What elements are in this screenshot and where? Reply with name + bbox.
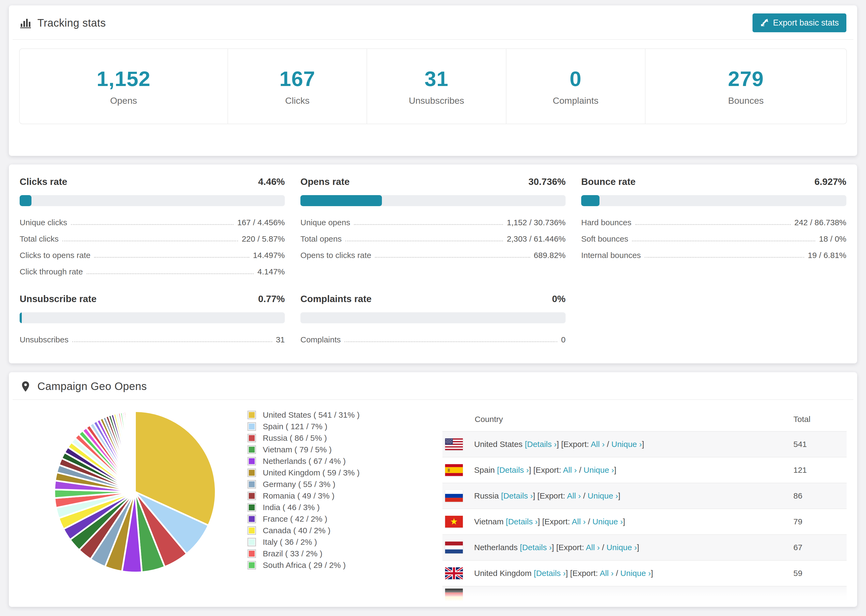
- legend-swatch: [247, 526, 256, 535]
- rate-detail-row: Clicks to opens rate14.497%: [20, 251, 285, 260]
- detail-label: Opens to clicks rate: [301, 251, 371, 260]
- rate-detail-row: Hard bounces242 / 86.738%: [581, 218, 846, 227]
- legend-item-united-states[interactable]: United States ( 541 / 31% ): [247, 411, 360, 419]
- legend-item-russia[interactable]: Russia ( 86 / 5% ): [247, 434, 360, 442]
- legend-swatch: [247, 538, 256, 546]
- bracket: ] [Export:: [565, 569, 600, 578]
- rate-detail-row: Total opens2,303 / 61.446%: [301, 234, 565, 244]
- export-all-link[interactable]: All ›: [567, 491, 581, 500]
- bracket: ] [Export:: [538, 517, 572, 526]
- country-cell: United Kingdom [Details ›] [Export: All …: [474, 569, 794, 578]
- rate-panel-unsubscribe-rate: Unsubscribe rate0.77%Unsubscribes31: [20, 294, 285, 344]
- rate-title: Bounce rate: [581, 176, 636, 187]
- detail-label: Clicks to opens rate: [20, 251, 90, 260]
- legend-item-netherlands[interactable]: Netherlands ( 67 / 4% ): [247, 457, 360, 465]
- details-link[interactable]: [Details ›: [497, 465, 529, 475]
- detail-value: 18 / 0%: [819, 234, 846, 244]
- export-unique-link[interactable]: Unique ›: [584, 465, 614, 475]
- legend-item-brazil[interactable]: Brazil ( 33 / 2% ): [247, 549, 360, 558]
- rate-detail-row: Unsubscribes31: [20, 335, 285, 344]
- detail-label: Internal bounces: [581, 251, 641, 260]
- legend-item-south-africa[interactable]: South Africa ( 29 / 2% ): [247, 561, 360, 569]
- rate-detail-row: Total clicks220 / 5.87%: [20, 234, 285, 244]
- slash-separator: /: [577, 465, 584, 475]
- details-link[interactable]: [Details ›: [501, 491, 533, 500]
- pie-slice-other-49[interactable]: [135, 411, 135, 492]
- legend-label: South Africa ( 29 / 2% ): [263, 561, 346, 570]
- dotted-leader: [94, 257, 249, 258]
- stats-strip: 1,152Opens167Clicks31Unsubscribes0Compla…: [19, 49, 847, 124]
- rate-progress-bar: [20, 195, 285, 206]
- legend-item-canada[interactable]: Canada ( 40 / 2% ): [247, 526, 360, 535]
- detail-label: Soft bounces: [581, 234, 628, 244]
- legend-item-italy[interactable]: Italy ( 36 / 2% ): [247, 538, 360, 546]
- legend-swatch: [247, 457, 256, 465]
- export-all-link[interactable]: All ›: [563, 465, 577, 475]
- export-unique-link[interactable]: Unique ›: [620, 569, 651, 578]
- detail-label: Complaints: [301, 335, 341, 344]
- details-link[interactable]: [Details ›: [525, 440, 556, 449]
- export-all-link[interactable]: All ›: [586, 543, 600, 552]
- export-all-link[interactable]: All ›: [591, 440, 605, 449]
- legend-swatch: [247, 468, 256, 477]
- detail-value: 14.497%: [253, 251, 285, 260]
- stat-bounces: 279Bounces: [645, 49, 846, 124]
- detail-label: Hard bounces: [581, 218, 631, 227]
- geo-title: Campaign Geo Opens: [20, 380, 147, 392]
- rate-title: Complaints rate: [301, 294, 372, 304]
- export-all-link[interactable]: All ›: [572, 517, 586, 526]
- export-unique-link[interactable]: Unique ›: [587, 491, 618, 500]
- map-pin-icon: [20, 380, 31, 392]
- flag-icon-de: [445, 589, 463, 600]
- stat-complaints: 0Complaints: [506, 49, 645, 124]
- geo-opens-table: Country Total United States [Details ›] …: [442, 407, 847, 602]
- dotted-leader: [62, 240, 238, 241]
- flag-icon-gb: [445, 567, 463, 579]
- detail-label: Unique opens: [301, 218, 350, 227]
- export-basic-stats-button[interactable]: Export basic stats: [753, 13, 846, 32]
- legend-item-romania[interactable]: Romania ( 49 / 3% ): [247, 492, 360, 500]
- detail-value: 0: [561, 335, 565, 344]
- detail-value: 689.82%: [534, 251, 565, 260]
- total-cell: 121: [794, 465, 847, 475]
- slash-separator: /: [581, 491, 587, 500]
- export-unique-link[interactable]: Unique ›: [606, 543, 637, 552]
- export-unique-link[interactable]: Unique ›: [611, 440, 642, 449]
- bracket: ]: [618, 491, 620, 500]
- rate-progress-bar: [301, 195, 565, 206]
- geo-header: Campaign Geo Opens: [9, 372, 857, 399]
- detail-value: 220 / 5.87%: [242, 234, 285, 244]
- stat-unsubscribes: 31Unsubscribes: [367, 49, 505, 124]
- legend-item-france[interactable]: France ( 42 / 2% ): [247, 515, 360, 523]
- dotted-leader: [345, 341, 557, 342]
- legend-label: Netherlands ( 67 / 4% ): [263, 457, 346, 466]
- details-link[interactable]: [Details ›: [534, 569, 565, 578]
- detail-value: 167 / 4.456%: [237, 218, 285, 227]
- stat-value: 279: [728, 67, 764, 91]
- export-unique-link[interactable]: Unique ›: [592, 517, 623, 526]
- table-row-united-kingdom: United Kingdom [Details ›] [Export: All …: [442, 560, 847, 586]
- detail-label: Unsubscribes: [20, 335, 69, 344]
- export-button-label: Export basic stats: [773, 18, 839, 28]
- detail-value: 4.147%: [257, 267, 285, 276]
- bracket: ]: [614, 465, 616, 475]
- rate-value: 4.46%: [258, 176, 285, 187]
- legend-item-spain[interactable]: Spain ( 121 / 7% ): [247, 422, 360, 431]
- slash-separator: /: [600, 543, 606, 552]
- rate-title: Unsubscribe rate: [20, 294, 96, 304]
- detail-label: Total opens: [301, 234, 342, 244]
- details-link[interactable]: [Details ›: [506, 517, 538, 526]
- legend-label: Germany ( 55 / 3% ): [263, 480, 335, 489]
- legend-item-germany[interactable]: Germany ( 55 / 3% ): [247, 480, 360, 489]
- rate-panel-clicks-rate: Clicks rate4.46%Unique clicks167 / 4.456…: [20, 176, 285, 276]
- dotted-leader: [354, 224, 503, 225]
- slash-separator: /: [586, 517, 592, 526]
- rates-grid: Clicks rate4.46%Unique clicks167 / 4.456…: [9, 165, 857, 358]
- details-link[interactable]: [Details ›: [520, 543, 552, 552]
- detail-value: 1,152 / 30.736%: [507, 218, 565, 227]
- legend-item-united-kingdom[interactable]: United Kingdom ( 59 / 3% ): [247, 468, 360, 477]
- legend-item-india[interactable]: India ( 46 / 3% ): [247, 503, 360, 512]
- legend-item-vietnam[interactable]: Vietnam ( 79 / 5% ): [247, 445, 360, 454]
- dotted-leader: [635, 224, 791, 225]
- export-all-link[interactable]: All ›: [600, 569, 614, 578]
